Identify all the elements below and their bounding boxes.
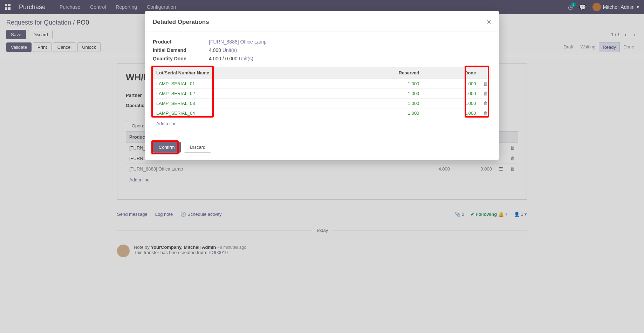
product-label: Product (153, 39, 209, 45)
detailed-operations-modal: Detailed Operations × Product[FURN_8888]… (145, 11, 499, 160)
trash-icon[interactable]: 🗑 (483, 101, 488, 106)
qty-done-label: Quantity Done (153, 56, 209, 61)
close-icon[interactable]: × (487, 18, 491, 27)
initial-demand-label: Initial Demand (153, 47, 209, 53)
col-done: Done (423, 67, 479, 79)
confirm-button[interactable]: Confirm (153, 142, 181, 153)
modal-title: Detailed Operations (153, 19, 209, 26)
col-reserved: Reserved (344, 67, 423, 79)
trash-icon[interactable]: 🗑 (483, 91, 488, 96)
trash-icon[interactable]: 🗑 (483, 81, 488, 86)
serial-table: Lot/Serial Number Name Reserved Done LAM… (153, 67, 491, 118)
col-serial: Lot/Serial Number Name (153, 67, 344, 79)
modal-add-line[interactable]: Add a line (153, 118, 180, 129)
serial-row[interactable]: LAMP_SERIAL_031.0001.000🗑 (153, 99, 491, 108)
serial-row[interactable]: LAMP_SERIAL_021.0001.000🗑 (153, 89, 491, 99)
trash-icon[interactable]: 🗑 (483, 111, 488, 116)
product-link[interactable]: [FURN_8888] Office Lamp (209, 39, 267, 45)
serial-row[interactable]: LAMP_SERIAL_011.0001.000🗑 (153, 79, 491, 89)
serial-row[interactable]: LAMP_SERIAL_041.0001.000🗑 (153, 108, 491, 118)
modal-discard-button[interactable]: Discard (184, 142, 211, 153)
